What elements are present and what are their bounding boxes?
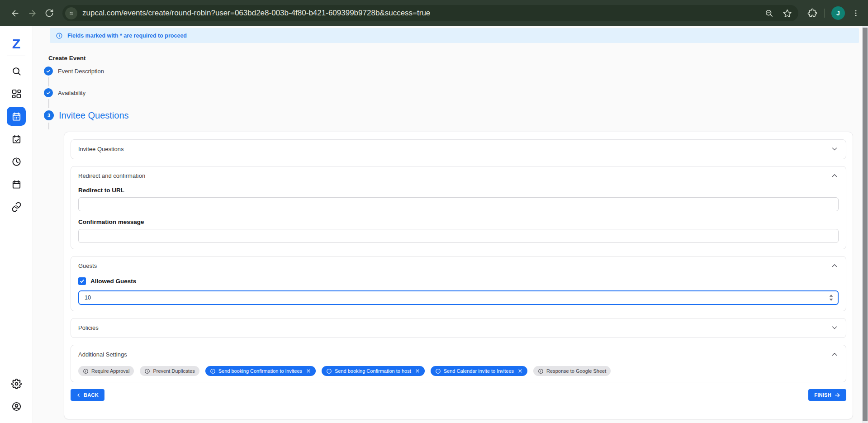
panel-header[interactable]: Additional Settings: [78, 350, 839, 358]
bookmark-star-icon[interactable]: [783, 9, 792, 18]
link-icon[interactable]: [7, 197, 26, 216]
chevron-down-icon[interactable]: [830, 323, 839, 332]
stepper-connector: [48, 99, 49, 108]
panel-header[interactable]: Guests: [78, 261, 839, 270]
stepper: Event Description Availability 3 Invitee…: [44, 66, 868, 129]
chip-label: Require Approval: [91, 368, 129, 374]
close-icon[interactable]: [517, 368, 523, 374]
stepper-connector: [48, 77, 49, 86]
info-icon: [326, 368, 332, 374]
form-actions: BACK FINISH: [71, 389, 846, 401]
clock-icon[interactable]: [7, 152, 26, 171]
step-label: Invitee Questions: [59, 110, 129, 121]
chevron-up-icon[interactable]: [830, 350, 839, 358]
chevron-up-icon[interactable]: [830, 261, 839, 270]
chip-label: Send Calendar invite to Invitees: [444, 368, 514, 374]
panel-title: Redirect and confirmation: [78, 172, 145, 179]
address-bar-actions: [764, 9, 792, 18]
chip-send-booking-confirmation-invitees[interactable]: Send booking Confirmation to invitees: [205, 366, 316, 376]
step-event-description[interactable]: Event Description: [44, 66, 868, 76]
allowed-guests-label: Allowed Guests: [90, 278, 136, 285]
calendar-plain-icon[interactable]: [7, 175, 26, 194]
step-check-icon: [44, 88, 53, 97]
panel-title: Policies: [78, 324, 99, 331]
chip-prevent-duplicates[interactable]: Prevent Duplicates: [140, 366, 199, 376]
chevron-down-icon[interactable]: [830, 145, 839, 153]
panel-header[interactable]: Redirect and confirmation: [78, 171, 839, 180]
browser-actions: J: [803, 6, 863, 20]
page: zupcal.com/events/create/round-robin?use…: [0, 0, 868, 423]
stepper-connector: [48, 123, 49, 129]
main-content: Fields marked with * are required to pro…: [33, 26, 868, 423]
chip-send-calendar-invite[interactable]: Send Calendar invite to Invitees: [431, 366, 527, 376]
toolbar-separator: [824, 9, 825, 18]
redirect-url-label: Redirect to URL: [78, 187, 839, 194]
back-icon[interactable]: [6, 5, 24, 22]
info-icon: [210, 368, 216, 374]
info-icon: [538, 368, 544, 374]
required-fields-banner: Fields marked with * are required to pro…: [50, 28, 859, 43]
chevron-left-icon: [76, 393, 81, 398]
panel-guests: Guests Allowed Guests: [71, 256, 846, 311]
guest-count-input[interactable]: [78, 290, 839, 305]
address-bar[interactable]: zupcal.com/events/create/round-robin?use…: [62, 5, 798, 21]
guest-count-wrap: [78, 290, 839, 305]
panel-policies[interactable]: Policies: [71, 318, 846, 338]
chip-label: Prevent Duplicates: [153, 368, 194, 374]
close-icon[interactable]: [306, 368, 311, 374]
scrollbar-thumb[interactable]: [863, 28, 868, 421]
back-button[interactable]: BACK: [71, 389, 104, 401]
arrow-right-icon: [835, 392, 840, 398]
redirect-url-input[interactable]: [78, 197, 839, 211]
banner-text: Fields marked with * are required to pro…: [67, 33, 187, 39]
close-icon[interactable]: [415, 368, 420, 374]
dashboard-icon[interactable]: [7, 84, 26, 103]
confirmation-message-input[interactable]: [78, 229, 839, 243]
allowed-guests-checkbox[interactable]: [78, 277, 86, 285]
zoom-out-icon[interactable]: [764, 9, 773, 18]
logo-divider: [7, 56, 25, 56]
info-icon: [56, 32, 63, 39]
calendar-check-icon[interactable]: [7, 129, 26, 148]
chevron-up-icon[interactable]: [830, 171, 839, 180]
info-icon: [144, 368, 150, 374]
panel-redirect-confirmation: Redirect and confirmation Redirect to UR…: [71, 166, 846, 249]
sidebar-bottom: [7, 374, 26, 423]
back-button-label: BACK: [84, 392, 99, 398]
settings-gear-icon[interactable]: [7, 374, 26, 393]
number-stepper-icon[interactable]: [829, 294, 833, 301]
chip-send-booking-confirmation-host[interactable]: Send booking Confirmation to host: [322, 366, 425, 376]
step-label: Availability: [58, 90, 85, 96]
app-shell: Z: [0, 26, 868, 423]
calendar-icon[interactable]: [7, 107, 26, 126]
step-check-icon: [44, 67, 53, 76]
panel-invitee-questions[interactable]: Invitee Questions: [71, 139, 846, 159]
chip-response-google-sheet[interactable]: Response to Google Sheet: [533, 366, 611, 376]
url-text[interactable]: zupcal.com/events/create/round-robin?use…: [82, 9, 430, 18]
extensions-icon[interactable]: [807, 8, 817, 18]
site-info-icon[interactable]: [65, 7, 77, 19]
forward-icon[interactable]: [24, 5, 41, 22]
page-scrollbar[interactable]: [862, 26, 868, 423]
settings-chips: Require Approval Prevent Duplicates Send…: [78, 366, 839, 376]
step-number-badge: 3: [44, 110, 54, 120]
profile-icon[interactable]: [7, 397, 26, 416]
step-availability[interactable]: Availability: [44, 88, 868, 98]
reload-icon[interactable]: [41, 5, 58, 22]
app-logo[interactable]: Z: [12, 37, 20, 51]
finish-button[interactable]: FINISH: [808, 389, 846, 401]
chip-label: Response to Google Sheet: [546, 368, 606, 374]
chip-label: Send booking Confirmation to invitees: [218, 368, 302, 374]
step-invitee-questions[interactable]: 3 Invitee Questions: [44, 109, 868, 121]
panel-title: Invitee Questions: [78, 146, 123, 152]
browser-menu-icon[interactable]: [852, 9, 860, 17]
sidebar: Z: [0, 26, 33, 423]
panel-additional-settings: Additional Settings Require Approval Pre: [71, 345, 846, 382]
panel-title: Guests: [78, 262, 97, 269]
search-icon[interactable]: [7, 62, 26, 81]
chip-require-approval[interactable]: Require Approval: [78, 366, 134, 376]
page-title: Create Event: [48, 55, 868, 62]
finish-button-label: FINISH: [814, 392, 831, 398]
profile-avatar[interactable]: J: [831, 6, 845, 20]
step-label: Event Description: [58, 68, 104, 75]
